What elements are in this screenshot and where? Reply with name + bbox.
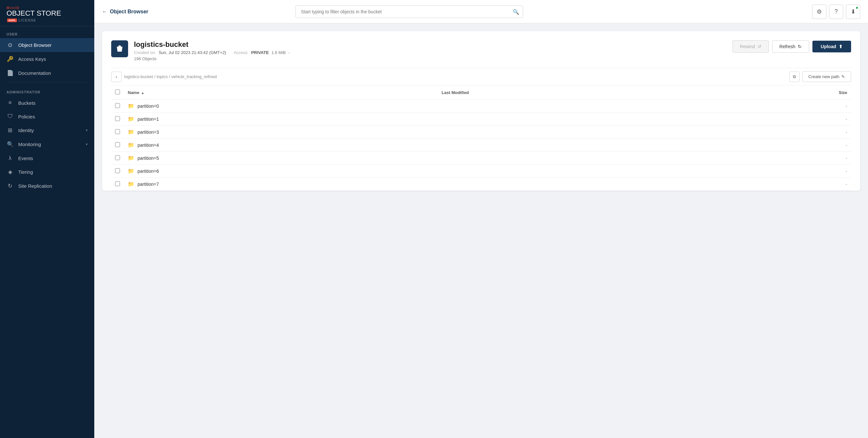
row-checkbox[interactable]	[115, 129, 120, 134]
copy-icon: ⧉	[793, 74, 796, 79]
row-checkbox-cell	[111, 113, 124, 126]
settings-button[interactable]: ⚙	[812, 5, 827, 19]
bucket-info: logistics-bucket Created on: Sun, Jul 02…	[134, 40, 726, 61]
row-size: -	[720, 152, 851, 165]
sort-icon: ▲	[141, 91, 144, 95]
header-name: Name ▲	[124, 86, 438, 99]
folder-name: partition=1	[137, 116, 159, 122]
row-name: 📁 partition=7	[124, 178, 438, 191]
upload-button[interactable]: Upload ⬆	[812, 41, 851, 52]
header-size: Size	[720, 86, 851, 99]
help-button[interactable]: ?	[829, 5, 843, 19]
admin-section-label: Administrator	[0, 84, 94, 96]
row-last-modified	[438, 99, 720, 113]
path-text: logistics-bucket / topics / vehicle_trac…	[124, 74, 787, 79]
row-last-modified	[438, 139, 720, 152]
topbar: ← Object Browser 🔍 ⚙ ? ⬇	[94, 0, 868, 23]
header-checkbox-cell	[111, 86, 124, 99]
row-last-modified	[438, 178, 720, 191]
sidebar-divider	[6, 82, 88, 82]
row-last-modified	[438, 165, 720, 178]
site-replication-icon: ↻	[6, 182, 14, 189]
folder-name: partition=5	[137, 155, 159, 161]
create-path-icon: ✎	[841, 74, 845, 79]
row-checkbox[interactable]	[115, 155, 120, 160]
search-icon: 🔍	[513, 8, 519, 14]
bucket-header: logistics-bucket Created on: Sun, Jul 02…	[111, 40, 851, 61]
row-checkbox[interactable]	[115, 142, 120, 147]
license-label: LICENSE	[19, 18, 36, 22]
agpl-icon: AGPL	[7, 19, 17, 22]
row-checkbox-cell	[111, 126, 124, 139]
table-row: 📁 partition=0 -	[111, 99, 851, 113]
refresh-icon: ↻	[798, 44, 802, 49]
folder-icon: 📁	[128, 142, 134, 148]
row-checkbox[interactable]	[115, 103, 120, 108]
path-back-icon: ‹	[116, 74, 117, 79]
user-section-label: User	[0, 26, 94, 38]
bucket-meta: Created on: Sun, Jul 02 2023 21:43:42 (G…	[134, 50, 726, 55]
path-copy-button[interactable]: ⧉	[789, 71, 800, 82]
sidebar-logo-area: MinIO OBJECT STORE AGPL LICENSE	[0, 0, 94, 26]
folder-icon: 📁	[128, 116, 134, 122]
download-icon: ⬇	[851, 8, 856, 15]
row-name: 📁 partition=3	[124, 126, 438, 139]
rewind-label: Rewind	[740, 44, 755, 49]
sidebar-item-object-browser[interactable]: ⊙ Object Browser	[0, 38, 94, 52]
monitoring-chevron: ▾	[86, 142, 88, 146]
row-checkbox-cell	[111, 152, 124, 165]
back-button[interactable]: ← Object Browser	[102, 9, 148, 14]
sidebar-item-monitoring[interactable]: 🔍 Monitoring ▾	[0, 137, 94, 151]
table-header-row: Name ▲ Last Modified Size	[111, 86, 851, 99]
row-size: -	[720, 139, 851, 152]
sidebar-item-documentation[interactable]: 📄 Documentation	[0, 66, 94, 80]
sidebar-item-site-replication[interactable]: ↻ Site Replication	[0, 179, 94, 193]
object-browser-icon: ⊙	[6, 42, 14, 49]
name-column-label: Name	[128, 90, 139, 95]
sidebar-item-policies[interactable]: 🛡 Policies	[0, 110, 94, 123]
monitoring-icon: 🔍	[6, 141, 14, 148]
rewind-button[interactable]: Rewind ↺	[733, 40, 769, 53]
row-name: 📁 partition=1	[124, 113, 438, 126]
app-subtitle: OBJECT STORE	[6, 10, 61, 17]
sidebar-item-events[interactable]: λ Events	[0, 151, 94, 165]
sidebar-item-access-keys[interactable]: 🔑 Access Keys	[0, 52, 94, 66]
row-checkbox-cell	[111, 139, 124, 152]
sidebar-item-buckets[interactable]: ≡ Buckets	[0, 96, 94, 110]
table-row: 📁 partition=4 -	[111, 139, 851, 152]
buckets-icon: ≡	[6, 99, 14, 106]
sidebar-item-label: Site Replication	[18, 183, 88, 189]
row-checkbox[interactable]	[115, 181, 120, 186]
row-name: 📁 partition=4	[124, 139, 438, 152]
rewind-icon: ↺	[757, 44, 762, 49]
row-checkbox[interactable]	[115, 116, 120, 121]
refresh-button[interactable]: Refresh ↻	[772, 40, 809, 53]
sidebar-item-label: Identity	[18, 127, 81, 133]
upload-icon: ⬆	[839, 44, 843, 49]
row-name: 📁 partition=0	[124, 99, 438, 113]
identity-icon: ⊞	[6, 127, 14, 134]
create-new-path-button[interactable]: Create new path ✎	[802, 71, 851, 82]
row-name: 📁 partition=6	[124, 165, 438, 178]
folder-icon: 📁	[128, 129, 134, 135]
sidebar-item-identity[interactable]: ⊞ Identity ▾	[0, 123, 94, 137]
download-button[interactable]: ⬇	[846, 5, 860, 19]
sidebar-item-label: Tiering	[18, 169, 88, 175]
sidebar: MinIO OBJECT STORE AGPL LICENSE User ⊙ O…	[0, 0, 94, 438]
objects-table: Name ▲ Last Modified Size 📁 partition=0 …	[111, 86, 851, 191]
sidebar-item-label: Documentation	[18, 70, 88, 76]
row-checkbox[interactable]	[115, 168, 120, 173]
path-back-button[interactable]: ‹	[111, 71, 122, 82]
row-name: 📁 partition=5	[124, 152, 438, 165]
row-checkbox-cell	[111, 99, 124, 113]
folder-name: partition=4	[137, 143, 159, 148]
bucket-actions: Rewind ↺ Refresh ↻ Upload ⬆	[733, 40, 851, 53]
sidebar-item-tiering[interactable]: ◈ Tiering	[0, 165, 94, 179]
search-input[interactable]	[296, 5, 523, 18]
sidebar-item-label: Access Keys	[18, 56, 88, 62]
row-checkbox-cell	[111, 178, 124, 191]
select-all-checkbox[interactable]	[115, 89, 120, 94]
row-last-modified	[438, 113, 720, 126]
topbar-title: Object Browser	[110, 9, 148, 14]
help-icon: ?	[835, 8, 838, 15]
